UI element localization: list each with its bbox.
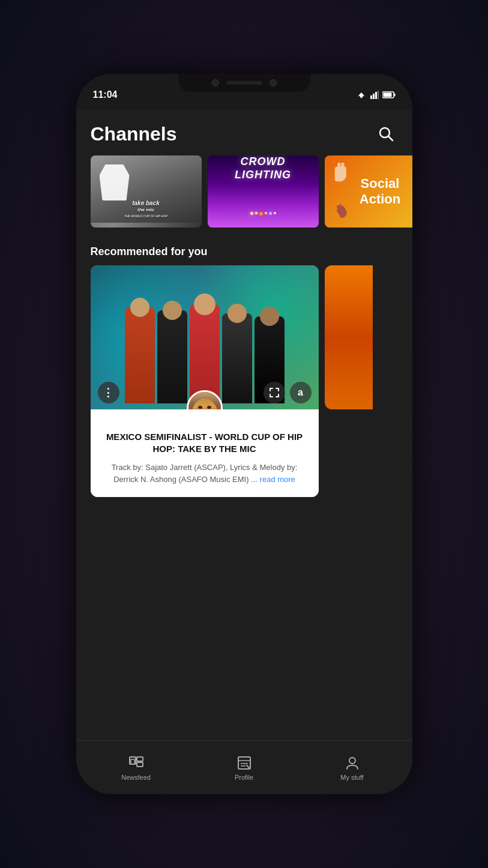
svg-rect-6 [394, 94, 395, 97]
camera-right [270, 79, 277, 86]
wifi-icon [356, 91, 367, 99]
featured-description: Track by: Sajato Jarrett (ASCAP), Lyrics… [103, 462, 307, 485]
action-icons: a [264, 382, 312, 403]
svg-rect-3 [375, 92, 377, 99]
app-header: Channels [76, 110, 412, 155]
featured-image: ⋮ a [91, 265, 319, 409]
status-time: 11:04 [93, 89, 118, 100]
social-action-label: SocialAction [360, 176, 400, 208]
notch [178, 74, 310, 92]
recommended-title: Recommended for you [76, 240, 412, 265]
avatar-image [188, 392, 221, 409]
read-more-link[interactable]: read more [260, 475, 295, 484]
channel-card-crowd-lighting[interactable]: CROWDLIGHTING [208, 155, 319, 228]
channel-card-take-back-mic[interactable]: take back the mic THE WORLD CUP OF HIP H… [91, 155, 202, 228]
author-button[interactable]: a [290, 382, 312, 403]
featured-body: MEXICO SEMIFINALIST - WORLD CUP OF HIP H… [91, 409, 319, 497]
signal-icon [370, 91, 379, 99]
nav-newsfeed-label: Newsfeed [121, 774, 151, 781]
speaker [226, 81, 262, 85]
newsfeed-icon [128, 755, 145, 771]
nav-mystuff-label: My stuff [340, 774, 363, 781]
more-options-button[interactable]: ⋮ [98, 382, 119, 403]
svg-rect-13 [137, 762, 143, 767]
svg-rect-12 [137, 757, 143, 761]
nav-profile-label: Profile [235, 774, 253, 781]
svg-rect-4 [378, 91, 379, 99]
channels-row: take back the mic THE WORLD CUP OF HIP H… [76, 155, 412, 240]
channel-card-social-action[interactable]: SocialAction [325, 155, 412, 228]
search-icon [378, 126, 394, 142]
svg-line-9 [388, 136, 393, 140]
mystuff-icon [344, 755, 361, 771]
bottom-nav: Newsfeed Profile [76, 740, 412, 794]
svg-rect-1 [370, 95, 372, 99]
app-content: Channels [76, 110, 412, 740]
expand-button[interactable] [264, 382, 285, 403]
nav-newsfeed[interactable]: Newsfeed [82, 755, 190, 781]
search-button[interactable] [374, 122, 398, 146]
phone-screen: 11:04 [76, 74, 412, 794]
featured-title: MEXICO SEMIFINALIST - WORLD CUP OF HIP H… [103, 431, 307, 454]
recommended-row: ⋮ a [76, 265, 412, 497]
camera-left [212, 79, 219, 86]
battery-icon [382, 91, 396, 98]
svg-rect-11 [131, 759, 134, 764]
status-icons [356, 91, 396, 99]
nav-profile[interactable]: Profile [190, 755, 298, 781]
profile-icon [236, 755, 253, 771]
expand-icon [270, 388, 279, 397]
second-card-preview [325, 265, 373, 409]
svg-point-18 [349, 758, 355, 764]
svg-rect-2 [373, 94, 375, 99]
svg-rect-7 [383, 93, 391, 97]
phone-frame: 11:04 [76, 74, 412, 794]
status-bar: 11:04 [76, 74, 412, 110]
crowd-lighting-label: CROWDLIGHTING [208, 155, 319, 181]
featured-card[interactable]: ⋮ a [91, 265, 319, 497]
nav-mystuff[interactable]: My stuff [298, 755, 406, 781]
page-title: Channels [91, 123, 177, 145]
svg-marker-0 [357, 92, 366, 98]
